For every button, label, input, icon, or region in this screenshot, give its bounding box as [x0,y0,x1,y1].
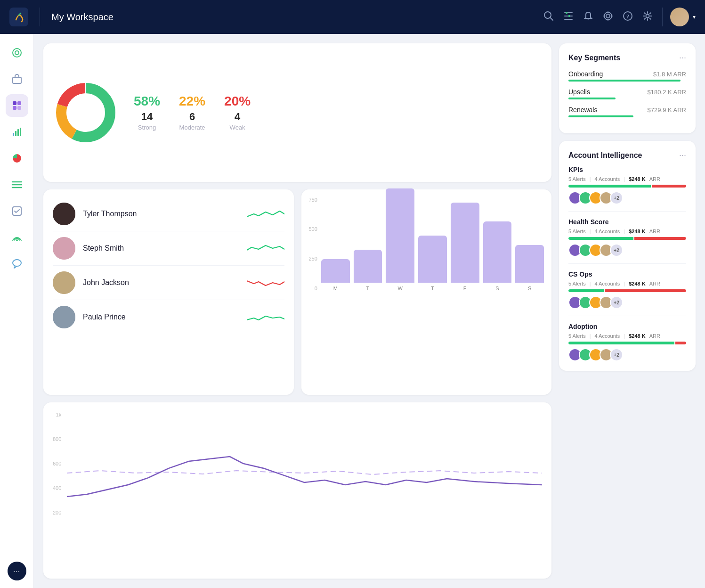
sidebar-item-pipeline[interactable] [6,173,28,196]
key-segments-header: Key Segments ··· [568,53,686,63]
app-logo[interactable] [9,8,28,26]
segment-item: Onboarding $1.8 M ARR [568,70,686,82]
svg-point-9 [13,49,21,57]
strong-pct: 58% [134,94,160,109]
header-icons: ? ▾ [543,8,696,26]
ai-bar-green [568,342,674,344]
person-avatar [53,306,75,328]
sidebar-item-pie[interactable] [6,147,28,170]
person-item[interactable]: Steph Smith [53,231,284,266]
ai-alerts: 5 Alerts [568,281,586,286]
svg-rect-3 [568,15,570,17]
ai-meta: 5 Alerts | 4 Accounts | $248 K ARR [568,176,686,182]
ai-arr-label: ARR [649,229,660,234]
person-avatar [53,203,75,225]
moderate-num: 6 [179,111,205,123]
segment-bar [568,115,633,117]
y-label-0: 0 [309,286,317,291]
sidebar-item-grid[interactable] [6,94,28,117]
ai-sep2: | [624,176,625,182]
key-segments-more-button[interactable]: ··· [679,53,686,63]
ai-bar-red [652,185,686,188]
person-item[interactable]: Paula Prince [53,300,284,334]
bell-icon[interactable] [583,11,593,24]
ai-section: Adoption 5 Alerts | 4 Accounts | $248 K … [568,323,686,361]
pipeline-icon[interactable] [563,11,574,24]
weak-label: Weak [224,124,251,131]
moderate-label: Moderate [179,124,205,131]
person-name: John Jackson [83,278,239,287]
person-name: Paula Prince [83,313,239,321]
y-label-500: 500 [309,226,317,232]
people-list: Tyler Thompson Steph Smith John Jackson … [53,197,284,334]
bar [354,250,382,283]
svg-rect-11 [13,77,21,83]
ai-more-button[interactable]: ··· [679,150,686,160]
ai-arr-value: $248 K [629,281,645,286]
user-avatar-wrap[interactable]: ▾ [662,8,696,26]
chevron-down-icon: ▾ [693,14,696,20]
avatar-badge: +2 [610,244,623,257]
person-item[interactable]: John Jackson [53,266,284,300]
sidebar-item-analytics[interactable] [6,121,28,143]
search-icon[interactable] [543,11,554,24]
gear-icon[interactable] [642,11,653,24]
line-chart-y-axis: 1k 800 600 400 200 [53,412,67,515]
segment-value: $180.2 K ARR [648,89,686,96]
bar [386,188,414,283]
line-chart-svg [67,412,542,515]
bar [451,203,479,283]
svg-point-5 [606,14,610,18]
sidebar-item-tasks[interactable] [6,200,28,222]
bar-label: W [398,286,403,291]
ai-section: Health Score 5 Alerts | 4 Accounts | $24… [568,218,686,264]
people-card: Tyler Thompson Steph Smith John Jackson … [43,189,294,395]
svg-rect-15 [17,106,21,110]
svg-point-10 [15,51,19,55]
metric-weak: 20% 4 Weak [224,94,251,131]
ai-alerts: 5 Alerts [568,229,586,234]
line-chart-card: 1k 800 600 400 200 [43,402,551,579]
sidebar-item-signal[interactable] [6,226,28,249]
sidebar-item-dashboard[interactable] [6,41,28,64]
ai-arr-label: ARR [649,333,660,339]
ai-sep1: | [590,176,591,182]
sparkline [247,241,284,256]
svg-rect-17 [15,131,16,136]
ai-alerts: 5 Alerts [568,176,586,182]
person-avatar [53,237,75,260]
bars-container: M T W T F S S [321,197,544,291]
ai-avatars: +2 [568,191,686,204]
target-icon[interactable] [603,11,613,24]
ai-accounts: 4 Accounts [595,176,620,182]
content-area: 58% 14 Strong 22% 6 Moderate 20% 4 Weak [34,34,705,588]
svg-point-21 [16,239,18,241]
sidebar-item-chat[interactable] [6,253,28,275]
segments-list: Onboarding $1.8 M ARR Upsells $180.2 K A… [568,70,686,117]
avatar-badge: +2 [610,191,623,204]
strong-num: 14 [134,111,160,123]
bar-label: T [366,286,370,291]
segment-name: Renewals [568,106,597,114]
donut-chart [53,80,119,146]
bar-label: S [528,286,531,291]
sidebar-item-more[interactable]: ··· [8,562,26,580]
ai-meta: 5 Alerts | 4 Accounts | $248 K ARR [568,229,686,234]
svg-point-4 [604,12,612,20]
sparkline [247,206,284,221]
line-chart-inner: 1k 800 600 400 200 [53,412,542,515]
help-icon[interactable]: ? [623,11,633,24]
segment-row: Upsells $180.2 K ARR [568,88,686,96]
svg-rect-12 [13,101,16,105]
ai-sep1: | [590,333,591,339]
bar-label: M [333,286,338,291]
bar-chart-card: 750 500 250 0 M T W T F S S [301,189,552,395]
metric-strong: 58% 14 Strong [134,94,160,131]
ai-bar-red [634,237,687,240]
sidebar-item-briefcase[interactable] [6,68,28,90]
segment-bar [568,80,681,82]
person-item[interactable]: Tyler Thompson [53,197,284,231]
ai-sep2: | [624,281,625,286]
segment-value: $1.8 M ARR [653,71,686,78]
ai-meta: 5 Alerts | 4 Accounts | $248 K ARR [568,281,686,286]
